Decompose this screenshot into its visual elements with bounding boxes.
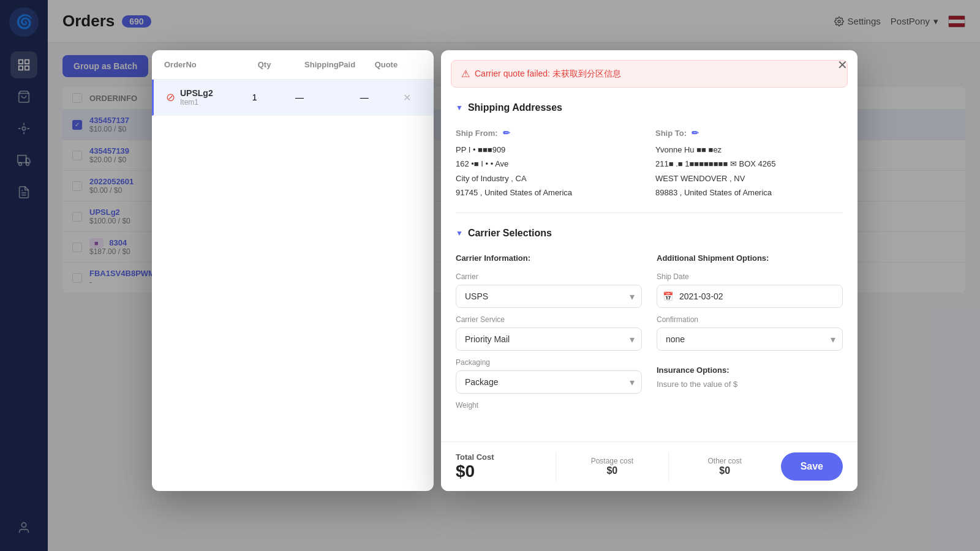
shipping-modal-close[interactable]: ✕	[837, 58, 848, 72]
ship-date-wrapper: 📅	[657, 285, 843, 308]
postage-cost-value: $0	[568, 465, 656, 476]
carrier-select[interactable]: USPS UPS FedEx DHL	[456, 285, 642, 308]
ship-date-group: Ship Date 📅	[657, 272, 843, 308]
shipping-addresses-section: ▼ Shipping Addresses Ship From: ✏ PP I •…	[441, 97, 858, 210]
carrier-selections-section: ▼ Carrier Selections Carrier Information…	[441, 223, 858, 419]
additional-options-column: Additional Shipment Options: Ship Date 📅…	[657, 253, 843, 410]
other-cost-label: Other cost	[681, 457, 769, 465]
packaging-label: Packaging	[456, 358, 642, 367]
error-icon: ⚠	[461, 68, 470, 80]
orders-modal: OrderNo Qty ShippingPaid Quote ⊘ UPSLg2 …	[152, 50, 434, 491]
order-shipping-paid: —	[295, 92, 360, 102]
carrier-label: Carrier	[456, 272, 642, 281]
ship-from-label: Ship From: ✏	[456, 128, 643, 138]
ship-date-input[interactable]	[657, 285, 843, 308]
packaging-select-wrapper: Package Flat Rate Box Flat Rate Envelope	[456, 370, 642, 394]
col-shippingpaid: ShippingPaid	[304, 60, 375, 69]
confirmation-label: Confirmation	[657, 315, 843, 324]
other-cost-block: Other cost $0	[681, 457, 769, 476]
total-cost-block: Total Cost $0	[456, 452, 543, 481]
col-qty: Qty	[258, 60, 304, 69]
error-banner: ⚠ Carrier quote failed: 未获取到分区信息	[451, 60, 848, 88]
edit-ship-from-icon[interactable]: ✏	[503, 128, 510, 138]
weight-label: Weight	[456, 401, 642, 410]
order-item: Item1	[180, 98, 213, 107]
carrier-info-column: Carrier Information: Carrier USPS UPS Fe…	[456, 253, 642, 410]
address-grid: Ship From: ✏ PP I • ■■■909 162 •■ I • • …	[456, 128, 843, 200]
total-cost-label: Total Cost	[456, 452, 543, 462]
confirmation-group: Confirmation none delivery signature	[657, 315, 843, 351]
footer-divider	[556, 452, 556, 481]
ship-date-label: Ship Date	[657, 272, 843, 281]
order-qty: 1	[252, 92, 295, 102]
remove-order-button[interactable]: ✕	[403, 92, 421, 103]
section-divider	[456, 212, 843, 213]
edit-ship-to-icon[interactable]: ✏	[692, 128, 699, 138]
confirmation-select-wrapper: none delivery signature	[657, 328, 843, 351]
col-orderno: OrderNo	[164, 60, 258, 69]
insure-label: Insure to the value of $	[657, 380, 843, 389]
ship-from-block: Ship From: ✏ PP I • ■■■909 162 •■ I • • …	[456, 128, 643, 200]
carrier-select-wrapper: USPS UPS FedEx DHL	[456, 285, 642, 308]
carrier-info-heading: Carrier Information:	[456, 253, 642, 263]
weight-group: Weight	[456, 401, 642, 410]
carrier-service-group: Carrier Service Priority Mail Priority M…	[456, 315, 642, 351]
confirmation-select[interactable]: none delivery signature	[657, 328, 843, 351]
packaging-select[interactable]: Package Flat Rate Box Flat Rate Envelope	[456, 370, 642, 394]
error-icon: ⊘	[166, 91, 175, 104]
packaging-group: Packaging Package Flat Rate Box Flat Rat…	[456, 358, 642, 394]
additional-shipment-heading: Additional Shipment Options:	[657, 253, 843, 263]
postage-cost-label: Postage cost	[568, 457, 656, 465]
ship-to-block: Ship To: ✏ Yvonne Hu ■■ ■ez 211■ .■ 1■■■…	[655, 128, 843, 200]
chevron-icon: ▼	[456, 229, 463, 238]
order-name: UPSLg2	[180, 88, 213, 98]
order-row[interactable]: ⊘ UPSLg2 Item1 1 — — ✕	[152, 80, 434, 116]
total-cost-value: $0	[456, 462, 543, 481]
carrier-form-grid: Carrier Information: Carrier USPS UPS Fe…	[456, 253, 843, 410]
carrier-service-label: Carrier Service	[456, 315, 642, 324]
insurance-label: Insurance Options:	[657, 365, 843, 375]
shipping-addresses-title: ▼ Shipping Addresses	[456, 97, 843, 118]
shipping-modal: ✕ ⚠ Carrier quote failed: 未获取到分区信息 ▼ Shi…	[441, 50, 858, 491]
shipping-footer: Total Cost $0 Postage cost $0 Other cost…	[441, 441, 858, 491]
ship-to-address: Yvonne Hu ■■ ■ez 211■ .■ 1■■■■■■■■ ✉ BOX…	[655, 143, 843, 200]
col-quote: Quote	[375, 60, 421, 69]
shipping-modal-content: ⚠ Carrier quote failed: 未获取到分区信息 ▼ Shipp…	[441, 50, 858, 441]
other-cost-value: $0	[681, 465, 769, 476]
postage-cost-block: Postage cost $0	[568, 457, 656, 476]
order-quote: —	[360, 92, 403, 102]
order-name-block: ⊘ UPSLg2 Item1	[166, 88, 252, 107]
calendar-icon: 📅	[663, 291, 673, 301]
ship-to-label: Ship To: ✏	[655, 128, 843, 138]
carrier-selections-title: ▼ Carrier Selections	[456, 223, 843, 244]
carrier-group: Carrier USPS UPS FedEx DHL	[456, 272, 642, 308]
carrier-service-select[interactable]: Priority Mail Priority Mail Express Firs…	[456, 328, 642, 351]
ship-from-address: PP I • ■■■909 162 •■ I • • Ave City of I…	[456, 143, 643, 200]
footer-divider-2	[668, 452, 669, 481]
error-text: Carrier quote failed: 未获取到分区信息	[475, 69, 621, 80]
carrier-service-select-wrapper: Priority Mail Priority Mail Express Firs…	[456, 328, 642, 351]
chevron-icon: ▼	[456, 103, 463, 112]
orders-modal-header: OrderNo Qty ShippingPaid Quote	[152, 50, 434, 80]
insurance-section: Insurance Options: Insure to the value o…	[657, 365, 843, 389]
save-button[interactable]: Save	[781, 452, 843, 481]
